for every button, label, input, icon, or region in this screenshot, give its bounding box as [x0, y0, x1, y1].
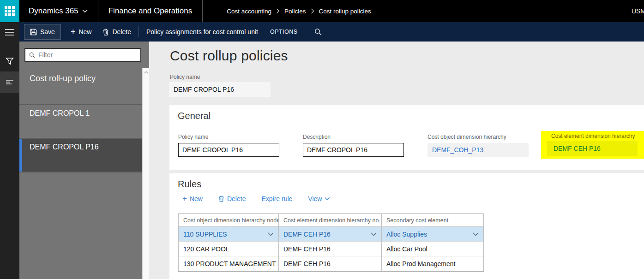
plus-icon: + [182, 195, 187, 202]
list-item-label: DEMF CROPOL 1 [30, 109, 90, 117]
company-selector[interactable]: USM [632, 7, 644, 15]
trash-icon [218, 196, 224, 202]
chevron-down-icon [325, 197, 330, 201]
description-input[interactable] [303, 143, 404, 157]
funnel-icon [6, 57, 14, 65]
chevron-up-icon [144, 71, 148, 74]
main-content: Cost rollup policies Policy name DEMF CR… [149, 42, 644, 279]
chevron-down-icon[interactable] [268, 232, 274, 236]
hamburger-icon [5, 29, 14, 36]
rules-delete-button[interactable]: Delete [218, 195, 246, 202]
rules-section-heading[interactable]: Rules [178, 179, 201, 190]
chevron-right-icon [276, 8, 280, 14]
description-label: Description [303, 134, 404, 141]
description-field: Description [303, 134, 404, 157]
cost-object-hierarchy-label: Cost object dimension hierarchy [427, 134, 529, 141]
actionbar-divider [63, 26, 63, 37]
rules-new-label: New [190, 195, 203, 202]
filter-field-wrap [24, 48, 141, 62]
rules-section: Rules + New Delete Expire rule View [169, 173, 644, 279]
cost-element-hierarchy-label: Cost element dimension hierarchy [551, 133, 644, 140]
grid-column-header[interactable]: Secondary cost element [382, 214, 484, 227]
list-item-label: DEMF CROPOL P16 [30, 143, 99, 151]
panel-scrollbar[interactable] [142, 68, 149, 279]
topbar-divider [98, 0, 98, 22]
grid-row[interactable]: 130 PRODUCT MANAGEMENT DEMF CEH P16 Allo… [178, 256, 484, 271]
grid-row-selected[interactable]: 110 SUPPLIES DEMF CEH P16 Alloc Supplies [178, 227, 484, 242]
cost-object-hierarchy-link[interactable]: DEMF_COH_P13 [432, 146, 483, 154]
page-title: Cost rollup policies [170, 48, 288, 64]
rules-grid: Cost object dimension hierarchy node Cos… [178, 214, 484, 272]
record-list-title: Cost roll-up policy [19, 68, 142, 105]
general-section-heading[interactable]: General [178, 111, 211, 121]
actionbar-divider [138, 26, 139, 37]
search-icon [314, 28, 322, 36]
list-pane-button[interactable] [0, 71, 19, 93]
grid-header-row: Cost object dimension hierarchy node Cos… [178, 214, 484, 227]
chevron-down-icon [82, 9, 88, 13]
grid-cell-value: 110 SUPPLIES [183, 231, 227, 238]
breadcrumb-policies[interactable]: Policies [284, 8, 306, 15]
grid-cell[interactable]: DEMF CEH P16 [279, 242, 382, 256]
grid-column-header[interactable]: Cost element dimension hierarchy no... [279, 214, 382, 227]
save-button[interactable]: Save [24, 24, 61, 40]
grid-cell[interactable]: 120 CAR POOL [178, 242, 279, 256]
chevron-right-icon [311, 8, 314, 14]
grid-column-header[interactable]: Cost object dimension hierarchy node [178, 214, 279, 227]
top-navigation-bar: Dynamics 365 Finance and Operations Cost… [0, 0, 644, 22]
save-button-label: Save [40, 28, 55, 36]
cost-object-hierarchy-value-wrap: DEMF_COH_P13 [427, 143, 529, 157]
grid-cell[interactable]: Alloc Car Pool [382, 242, 484, 256]
expire-rule-label: Expire rule [261, 195, 292, 202]
grid-cell-value: Alloc Supplies [386, 231, 427, 238]
grid-cell-value: DEMF CEH P16 [283, 231, 331, 238]
record-list: Cost roll-up policy DEMF CROPOL 1 DEMF C… [19, 68, 142, 279]
grid-cell-combobox[interactable]: Alloc Supplies [382, 227, 484, 242]
dynamics-365-menu[interactable]: Dynamics 365 [29, 6, 88, 16]
grid-cell[interactable]: Alloc Prod Management [382, 256, 484, 271]
options-menu[interactable]: OPTIONS [264, 29, 304, 35]
rules-new-button[interactable]: + New [182, 195, 203, 202]
cost-element-hierarchy-value[interactable]: DEMF CEH P16 [547, 141, 638, 156]
grid-cell-combobox[interactable]: DEMF CEH P16 [279, 227, 382, 242]
policy-name-label: Policy name [178, 134, 280, 141]
grid-cell[interactable]: 130 PRODUCT MANAGEMENT [178, 256, 279, 271]
expire-rule-button[interactable]: Expire rule [261, 195, 292, 202]
breadcrumb-cost-rollup-policies[interactable]: Cost rollup policies [319, 8, 371, 15]
grid-cell-combobox[interactable]: 110 SUPPLIES [178, 227, 279, 242]
grid-cell[interactable]: DEMF CEH P16 [279, 256, 382, 271]
app-launcher-button[interactable] [0, 0, 19, 22]
search-button[interactable] [309, 24, 327, 40]
general-section: General Policy name Description Cost obj… [169, 105, 644, 170]
chevron-down-icon[interactable] [473, 232, 479, 236]
left-navigation-rail [0, 22, 19, 279]
view-dropdown[interactable]: View [308, 195, 330, 202]
hamburger-menu-button[interactable] [0, 22, 19, 42]
action-bar: Save + New Delete Policy assignments for… [19, 22, 644, 42]
new-button[interactable]: + New [65, 24, 97, 40]
delete-button-label: Delete [112, 28, 131, 36]
cost-object-hierarchy-field: Cost object dimension hierarchy DEMF_COH… [427, 134, 529, 157]
list-item-selected[interactable]: DEMF CROPOL P16 [19, 139, 142, 172]
filter-pane-button[interactable] [0, 51, 19, 71]
list-icon [6, 79, 14, 85]
delete-button[interactable]: Delete [97, 24, 136, 40]
rules-toolbar: + New Delete Expire rule View [182, 195, 330, 202]
policy-assignments-button[interactable]: Policy assignments for cost control unit [141, 24, 264, 40]
waffle-icon [5, 6, 15, 16]
cost-element-hierarchy-field-highlighted: Cost element dimension hierarchy DEMF CE… [541, 131, 644, 159]
breadcrumb: Cost accounting Policies Cost rollup pol… [227, 8, 371, 15]
rules-delete-label: Delete [227, 195, 246, 202]
policy-name-input[interactable] [178, 143, 279, 157]
policy-assignments-label: Policy assignments for cost control unit [146, 28, 258, 36]
chevron-down-icon[interactable] [371, 232, 377, 236]
suite-name[interactable]: Finance and Operations [108, 6, 192, 16]
scroll-up-button[interactable] [143, 68, 149, 77]
list-item[interactable]: DEMF CROPOL 1 [19, 105, 142, 139]
grid-row[interactable]: 120 CAR POOL DEMF CEH P16 Alloc Car Pool [178, 242, 484, 256]
breadcrumb-cost-accounting[interactable]: Cost accounting [227, 8, 271, 15]
plus-icon: + [71, 28, 76, 36]
filter-input[interactable] [38, 51, 137, 59]
view-label: View [308, 195, 322, 202]
product-name: Dynamics 365 [29, 6, 78, 16]
